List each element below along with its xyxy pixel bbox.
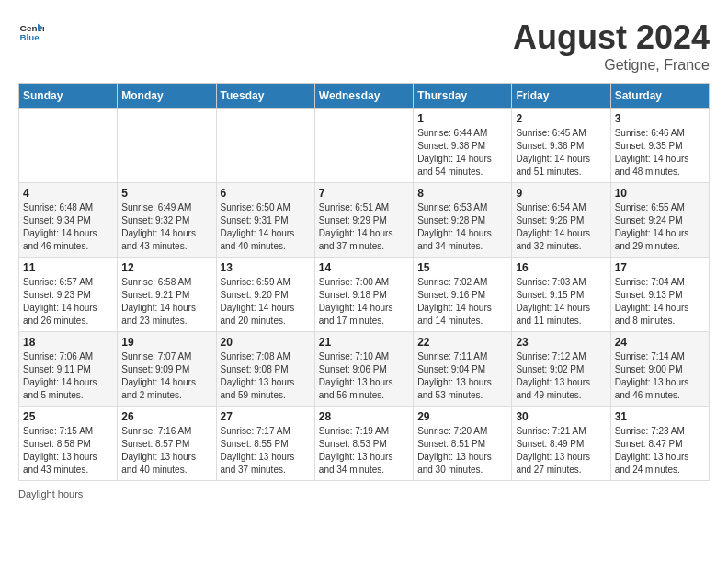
day-number: 17 [615, 261, 705, 274]
day-number: 3 [615, 112, 705, 125]
calendar-cell: 16Sunrise: 7:03 AM Sunset: 9:15 PM Dayli… [512, 258, 610, 332]
daylight-label: Daylight hours [18, 488, 83, 500]
page-header: General Blue August 2024 Getigne, France [18, 18, 710, 74]
day-number: 18 [23, 336, 113, 349]
calendar-cell: 30Sunrise: 7:21 AM Sunset: 8:49 PM Dayli… [512, 407, 610, 481]
day-number: 11 [23, 261, 113, 274]
calendar-week-row: 1Sunrise: 6:44 AM Sunset: 9:38 PM Daylig… [19, 109, 710, 183]
day-number: 23 [516, 336, 606, 349]
day-info: Sunrise: 6:49 AM Sunset: 9:32 PM Dayligh… [121, 201, 211, 253]
calendar-table: SundayMondayTuesdayWednesdayThursdayFrid… [18, 83, 710, 481]
weekday-header-row: SundayMondayTuesdayWednesdayThursdayFrid… [19, 84, 710, 109]
day-number: 14 [319, 261, 409, 274]
calendar-cell: 1Sunrise: 6:44 AM Sunset: 9:38 PM Daylig… [414, 109, 512, 183]
calendar-cell: 18Sunrise: 7:06 AM Sunset: 9:11 PM Dayli… [19, 332, 118, 407]
calendar-week-row: 11Sunrise: 6:57 AM Sunset: 9:23 PM Dayli… [19, 258, 710, 332]
calendar-cell: 29Sunrise: 7:20 AM Sunset: 8:51 PM Dayli… [414, 407, 512, 481]
day-info: Sunrise: 7:17 AM Sunset: 8:55 PM Dayligh… [221, 425, 311, 477]
day-info: Sunrise: 7:12 AM Sunset: 9:02 PM Dayligh… [516, 350, 606, 402]
day-info: Sunrise: 7:14 AM Sunset: 9:00 PM Dayligh… [615, 350, 705, 402]
weekday-header-tuesday: Tuesday [216, 84, 314, 109]
day-info: Sunrise: 7:04 AM Sunset: 9:13 PM Dayligh… [615, 276, 705, 327]
day-info: Sunrise: 6:57 AM Sunset: 9:23 PM Dayligh… [23, 276, 113, 327]
calendar-cell: 25Sunrise: 7:15 AM Sunset: 8:58 PM Dayli… [19, 407, 118, 481]
title-block: August 2024 Getigne, France [513, 18, 710, 74]
day-info: Sunrise: 7:19 AM Sunset: 8:53 PM Dayligh… [319, 425, 409, 477]
month-year-title: August 2024 [513, 18, 710, 57]
day-info: Sunrise: 7:23 AM Sunset: 8:47 PM Dayligh… [615, 425, 705, 477]
calendar-cell: 4Sunrise: 6:48 AM Sunset: 9:34 PM Daylig… [19, 183, 118, 258]
calendar-cell: 6Sunrise: 6:50 AM Sunset: 9:31 PM Daylig… [216, 183, 314, 258]
weekday-header-sunday: Sunday [19, 84, 118, 109]
day-info: Sunrise: 7:07 AM Sunset: 9:09 PM Dayligh… [121, 350, 211, 402]
day-info: Sunrise: 7:08 AM Sunset: 9:08 PM Dayligh… [221, 350, 311, 402]
day-number: 7 [319, 187, 409, 200]
calendar-cell: 14Sunrise: 7:00 AM Sunset: 9:18 PM Dayli… [314, 258, 413, 332]
calendar-footer: Daylight hours [18, 488, 710, 500]
calendar-cell: 8Sunrise: 6:53 AM Sunset: 9:28 PM Daylig… [414, 183, 512, 258]
day-number: 15 [417, 261, 507, 274]
day-number: 28 [319, 410, 409, 423]
day-number: 12 [121, 261, 211, 274]
day-info: Sunrise: 6:54 AM Sunset: 9:26 PM Dayligh… [516, 201, 606, 253]
calendar-cell: 12Sunrise: 6:58 AM Sunset: 9:21 PM Dayli… [118, 258, 216, 332]
day-number: 31 [615, 410, 705, 423]
day-number: 21 [319, 336, 409, 349]
day-info: Sunrise: 7:02 AM Sunset: 9:16 PM Dayligh… [417, 276, 507, 327]
svg-text:Blue: Blue [19, 32, 40, 42]
calendar-cell: 27Sunrise: 7:17 AM Sunset: 8:55 PM Dayli… [216, 407, 314, 481]
calendar-cell: 22Sunrise: 7:11 AM Sunset: 9:04 PM Dayli… [414, 332, 512, 407]
calendar-cell: 11Sunrise: 6:57 AM Sunset: 9:23 PM Dayli… [19, 258, 118, 332]
day-number: 8 [417, 187, 507, 200]
day-number: 26 [121, 410, 211, 423]
calendar-cell [216, 109, 314, 183]
day-number: 16 [516, 261, 606, 274]
day-number: 30 [516, 410, 606, 423]
day-number: 19 [121, 336, 211, 349]
day-number: 27 [221, 410, 311, 423]
day-info: Sunrise: 7:00 AM Sunset: 9:18 PM Dayligh… [319, 276, 409, 327]
day-number: 10 [615, 187, 705, 200]
day-info: Sunrise: 6:59 AM Sunset: 9:20 PM Dayligh… [221, 276, 311, 327]
day-number: 24 [615, 336, 705, 349]
day-number: 1 [417, 112, 507, 125]
logo: General Blue [18, 18, 44, 44]
calendar-cell: 3Sunrise: 6:46 AM Sunset: 9:35 PM Daylig… [610, 109, 709, 183]
weekday-header-thursday: Thursday [414, 84, 512, 109]
day-info: Sunrise: 6:51 AM Sunset: 9:29 PM Dayligh… [319, 201, 409, 253]
day-info: Sunrise: 6:55 AM Sunset: 9:24 PM Dayligh… [615, 201, 705, 253]
calendar-cell: 19Sunrise: 7:07 AM Sunset: 9:09 PM Dayli… [118, 332, 216, 407]
calendar-cell: 10Sunrise: 6:55 AM Sunset: 9:24 PM Dayli… [610, 183, 709, 258]
weekday-header-friday: Friday [512, 84, 610, 109]
day-info: Sunrise: 7:11 AM Sunset: 9:04 PM Dayligh… [417, 350, 507, 402]
weekday-header-monday: Monday [118, 84, 216, 109]
calendar-week-row: 25Sunrise: 7:15 AM Sunset: 8:58 PM Dayli… [19, 407, 710, 481]
day-info: Sunrise: 6:44 AM Sunset: 9:38 PM Dayligh… [417, 127, 507, 178]
calendar-cell: 26Sunrise: 7:16 AM Sunset: 8:57 PM Dayli… [118, 407, 216, 481]
calendar-cell: 7Sunrise: 6:51 AM Sunset: 9:29 PM Daylig… [314, 183, 413, 258]
location-title: Getigne, France [513, 57, 710, 74]
calendar-cell [118, 109, 216, 183]
calendar-week-row: 18Sunrise: 7:06 AM Sunset: 9:11 PM Dayli… [19, 332, 710, 407]
day-number: 4 [23, 187, 113, 200]
day-number: 20 [221, 336, 311, 349]
calendar-cell: 5Sunrise: 6:49 AM Sunset: 9:32 PM Daylig… [118, 183, 216, 258]
calendar-cell: 24Sunrise: 7:14 AM Sunset: 9:00 PM Dayli… [610, 332, 709, 407]
day-info: Sunrise: 6:46 AM Sunset: 9:35 PM Dayligh… [615, 127, 705, 178]
calendar-cell: 9Sunrise: 6:54 AM Sunset: 9:26 PM Daylig… [512, 183, 610, 258]
day-info: Sunrise: 6:53 AM Sunset: 9:28 PM Dayligh… [417, 201, 507, 253]
day-info: Sunrise: 6:50 AM Sunset: 9:31 PM Dayligh… [221, 201, 311, 253]
calendar-cell: 2Sunrise: 6:45 AM Sunset: 9:36 PM Daylig… [512, 109, 610, 183]
calendar-cell: 17Sunrise: 7:04 AM Sunset: 9:13 PM Dayli… [610, 258, 709, 332]
day-info: Sunrise: 7:21 AM Sunset: 8:49 PM Dayligh… [516, 425, 606, 477]
day-info: Sunrise: 7:16 AM Sunset: 8:57 PM Dayligh… [121, 425, 211, 477]
day-number: 9 [516, 187, 606, 200]
calendar-week-row: 4Sunrise: 6:48 AM Sunset: 9:34 PM Daylig… [19, 183, 710, 258]
calendar-cell: 21Sunrise: 7:10 AM Sunset: 9:06 PM Dayli… [314, 332, 413, 407]
calendar-cell: 23Sunrise: 7:12 AM Sunset: 9:02 PM Dayli… [512, 332, 610, 407]
day-number: 5 [121, 187, 211, 200]
logo-icon: General Blue [18, 18, 44, 44]
calendar-cell: 13Sunrise: 6:59 AM Sunset: 9:20 PM Dayli… [216, 258, 314, 332]
calendar-cell: 28Sunrise: 7:19 AM Sunset: 8:53 PM Dayli… [314, 407, 413, 481]
calendar-cell [19, 109, 118, 183]
